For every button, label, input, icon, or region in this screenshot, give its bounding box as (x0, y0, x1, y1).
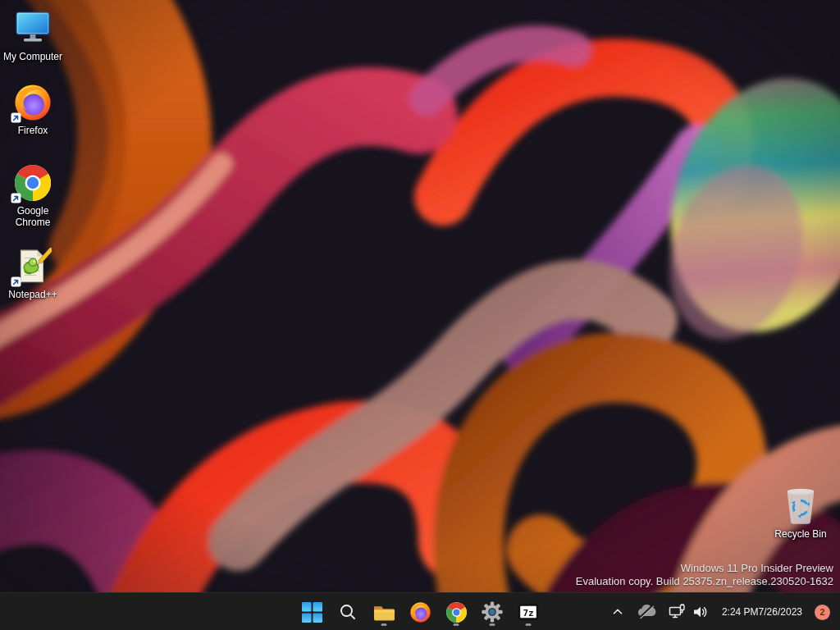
desktop-icon-recycle-bin[interactable]: Recycle Bin (769, 486, 833, 541)
wallpaper-bloom-abstract (0, 0, 840, 630)
chrome-label: Google Chrome (1, 206, 65, 229)
file-explorer-button[interactable] (368, 596, 400, 628)
firefox-label: Firefox (18, 126, 48, 137)
desktop-icon-my-computer[interactable]: My Computer (1, 8, 65, 63)
windows-logo-icon (302, 602, 322, 623)
desktop-icon-notepadpp[interactable]: Notepad++ (1, 246, 65, 301)
insider-watermark: Windows 11 Pro Insider Preview Evaluatio… (576, 562, 833, 587)
tray-time: 2:24 PM (722, 606, 759, 619)
settings-button[interactable] (476, 596, 509, 628)
watermark-line2: Evaluation copy. Build 25375.zn_release.… (576, 575, 833, 587)
seven-zip-icon: 7z (518, 601, 539, 623)
seven-zip-button[interactable]: 7z (512, 596, 545, 628)
seven-zip-glyph: 7z (523, 608, 533, 619)
notification-count: 2 (819, 607, 824, 617)
taskbar: 7z (0, 592, 840, 630)
desktop-icon-google-chrome[interactable]: Google Chrome (1, 162, 65, 229)
clock[interactable]: 2:24 PM 7/26/2023 (716, 596, 808, 628)
chevron-up-icon (610, 605, 625, 619)
desktop: My Computer (0, 0, 840, 630)
start-button[interactable] (295, 596, 328, 628)
my-computer-icon (12, 8, 53, 49)
running-indicator (526, 623, 532, 626)
shortcut-arrow-icon (11, 112, 21, 123)
running-indicator (381, 623, 387, 626)
volume-icon (692, 603, 710, 621)
notification-count-badge[interactable]: 2 (815, 605, 830, 620)
desktop-icon-firefox[interactable]: Firefox (1, 82, 65, 137)
firefox-icon (12, 82, 53, 123)
taskbar-center-group: 7z (295, 593, 545, 630)
notepadpp-label: Notepad++ (8, 290, 57, 301)
network-volume-button[interactable] (664, 596, 714, 628)
hidden-icons-button[interactable] (606, 596, 629, 628)
notepadpp-icon (12, 246, 53, 287)
shortcut-arrow-icon (11, 276, 21, 287)
running-indicator (454, 623, 459, 626)
onedrive-tray-button[interactable] (632, 596, 661, 628)
search-button[interactable] (331, 596, 364, 628)
firefox-icon (409, 601, 431, 623)
recycle-bin-label: Recycle Bin (774, 529, 826, 541)
chrome-taskbar-button[interactable] (440, 596, 472, 628)
chrome-icon (12, 162, 53, 203)
tray-date: 7/26/2023 (759, 606, 802, 619)
network-ethernet-icon (668, 603, 686, 621)
file-explorer-icon (373, 601, 395, 623)
running-indicator (490, 623, 495, 626)
firefox-taskbar-button[interactable] (404, 596, 436, 628)
shortcut-arrow-icon (11, 193, 21, 203)
recycle-bin-icon (780, 486, 821, 527)
chrome-icon (445, 601, 468, 623)
search-icon (338, 602, 358, 622)
watermark-line1: Windows 11 Pro Insider Preview (576, 562, 833, 574)
onedrive-offline-cloud-icon (636, 601, 657, 623)
system-tray: 2:24 PM 7/26/2023 2 (606, 593, 840, 630)
my-computer-label: My Computer (3, 52, 62, 63)
gear-icon (482, 601, 503, 623)
